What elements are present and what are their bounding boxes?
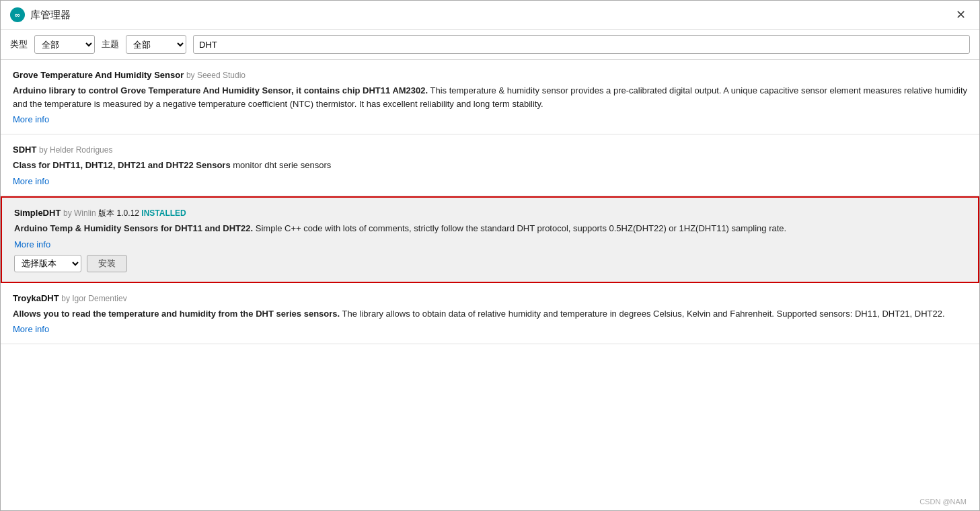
topic-label: 主题 xyxy=(102,38,119,50)
window-title: 库管理器 xyxy=(30,9,71,22)
lib-desc-troyka: Allows you to read the temperature and h… xyxy=(13,307,967,321)
lib-header-sdht: SDHT by Helder Rodrigues xyxy=(13,144,967,156)
lib-name-troyka: TroykaDHT xyxy=(13,293,59,303)
more-info-link-grove[interactable]: More info xyxy=(13,114,49,124)
install-row-simpledht: 选择版本 1.0.12 1.0.11 1.0.10 安装 xyxy=(14,255,966,272)
title-bar: ∞ 库管理器 ✕ xyxy=(1,1,979,30)
more-info-link-sdht[interactable]: More info xyxy=(13,176,49,186)
lib-desc-plain-troyka: The library allows to obtain data of rel… xyxy=(342,309,945,319)
title-bar-left: ∞ 库管理器 xyxy=(10,7,71,22)
lib-installed-badge: INSTALLED xyxy=(141,208,186,218)
search-input[interactable] xyxy=(193,35,970,54)
lib-name-sdht: SDHT xyxy=(13,145,36,155)
library-item-simpledht: SimpleDHT by Winlin 版本 1.0.12 INSTALLED … xyxy=(1,196,979,283)
library-item-troykadht: TroykaDHT by Igor Dementiev Allows you t… xyxy=(1,283,979,345)
version-select-simpledht[interactable]: 选择版本 1.0.12 1.0.11 1.0.10 xyxy=(14,255,81,272)
more-info-link-troyka[interactable]: More info xyxy=(13,324,49,334)
install-button-simpledht[interactable]: 安装 xyxy=(87,255,127,272)
lib-desc-bold-simpledht: Arduino Temp & Humidity Sensors for DHT1… xyxy=(14,223,253,233)
lib-name-simpledht: SimpleDHT xyxy=(14,208,61,218)
watermark: CSDN @NAM xyxy=(919,498,967,506)
topic-select[interactable]: 全部 通信 显示 传感器 设备控制 xyxy=(126,35,186,54)
close-button[interactable]: ✕ xyxy=(952,6,970,24)
lib-name-grove: Grove Temperature And Humidity Sensor xyxy=(13,70,184,80)
lib-author-simpledht: by Winlin xyxy=(63,208,96,218)
lib-desc-bold-grove: Arduino library to control Grove Tempera… xyxy=(13,85,428,95)
lib-desc-plain-sdht: monitor dht serie sensors xyxy=(233,160,331,170)
lib-version-simpledht: 版本 1.0.12 xyxy=(98,208,141,218)
lib-header-grove: Grove Temperature And Humidity Sensor by… xyxy=(13,69,967,81)
lib-desc-bold-sdht: Class for DHT11, DHT12, DHT21 and DHT22 … xyxy=(13,160,231,170)
lib-desc-plain-simpledht: Simple C++ code with lots of comments, s… xyxy=(256,223,786,233)
library-item-grove-temp: Grove Temperature And Humidity Sensor by… xyxy=(1,60,979,134)
lib-desc-sdht: Class for DHT11, DHT12, DHT21 and DHT22 … xyxy=(13,159,967,172)
type-select[interactable]: 全部 已安装 推荐 已更新 xyxy=(34,35,95,54)
toolbar: 类型 全部 已安装 推荐 已更新 主题 全部 通信 显示 传感器 设备控制 xyxy=(1,30,979,60)
lib-desc-grove: Arduino library to control Grove Tempera… xyxy=(13,84,967,110)
lib-author-sdht: by Helder Rodrigues xyxy=(39,145,112,155)
type-label: 类型 xyxy=(10,38,28,50)
library-manager-window: ∞ 库管理器 ✕ 类型 全部 已安装 推荐 已更新 主题 全部 通信 显示 传感… xyxy=(0,0,980,511)
library-item-sdht: SDHT by Helder Rodrigues Class for DHT11… xyxy=(1,134,979,196)
lib-desc-simpledht: Arduino Temp & Humidity Sensors for DHT1… xyxy=(14,222,966,235)
library-list: Grove Temperature And Humidity Sensor by… xyxy=(1,60,979,510)
lib-author-grove: by Seeed Studio xyxy=(186,71,246,80)
arduino-logo: ∞ xyxy=(10,7,25,22)
lib-desc-bold-troyka: Allows you to read the temperature and h… xyxy=(13,309,340,319)
lib-author-troyka: by Igor Dementiev xyxy=(61,294,126,303)
lib-header-troyka: TroykaDHT by Igor Dementiev xyxy=(13,292,967,305)
lib-header-simpledht: SimpleDHT by Winlin 版本 1.0.12 INSTALLED xyxy=(14,207,966,219)
more-info-link-simpledht[interactable]: More info xyxy=(14,239,50,249)
